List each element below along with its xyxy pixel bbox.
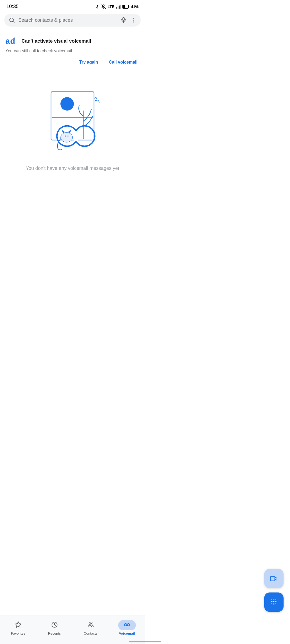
mic-icon[interactable]: [120, 17, 127, 23]
status-time: 10:35: [6, 4, 19, 9]
search-input[interactable]: [18, 17, 117, 23]
voicemail-banner: a ! d Can't activate visual voicemail Yo…: [0, 31, 145, 70]
status-icons: LTE 41%: [95, 4, 139, 9]
svg-point-14: [133, 21, 134, 23]
battery-icon: [122, 5, 129, 9]
status-bar: 10:35 LTE 41%: [0, 0, 145, 12]
search-icon: [9, 17, 15, 23]
empty-state: You don't have any voicemail messages ye…: [0, 70, 145, 183]
svg-point-27: [67, 136, 68, 137]
more-options-icon[interactable]: [130, 17, 136, 23]
svg-point-24: [73, 131, 79, 141]
call-voicemail-button[interactable]: Call voicemail: [107, 59, 140, 66]
banner-subtitle: You can still call to check voicemail.: [5, 49, 140, 53]
banner-title: Can't activate visual voicemail: [21, 38, 91, 44]
signal-icon: [116, 4, 121, 9]
svg-point-26: [65, 136, 66, 137]
battery-percent: 41%: [131, 5, 139, 9]
svg-point-19: [60, 97, 74, 111]
svg-rect-3: [119, 5, 119, 9]
lte-label: LTE: [108, 5, 114, 9]
svg-rect-2: [118, 6, 118, 9]
search-bar-container: [0, 12, 145, 31]
svg-text:a: a: [5, 36, 10, 45]
svg-rect-6: [129, 6, 129, 8]
search-bar[interactable]: [4, 14, 141, 27]
svg-rect-10: [123, 17, 124, 21]
empty-state-illustration: [38, 86, 107, 156]
svg-rect-4: [120, 5, 121, 9]
banner-header: a ! d Can't activate visual voicemail: [5, 36, 140, 46]
svg-text:d: d: [10, 36, 15, 45]
bluetooth-icon: [95, 4, 100, 9]
svg-line-9: [13, 21, 15, 23]
svg-rect-1: [116, 7, 117, 9]
try-again-button[interactable]: Try again: [77, 59, 100, 66]
banner-actions: Try again Call voicemail: [5, 59, 140, 66]
empty-state-text: You don't have any voicemail messages ye…: [26, 165, 119, 172]
app-logo-icon: a ! d: [5, 36, 18, 46]
mute-icon: [101, 4, 106, 9]
svg-point-12: [133, 18, 134, 19]
svg-point-25: [61, 133, 73, 142]
svg-rect-7: [123, 5, 125, 8]
svg-point-13: [133, 20, 134, 21]
